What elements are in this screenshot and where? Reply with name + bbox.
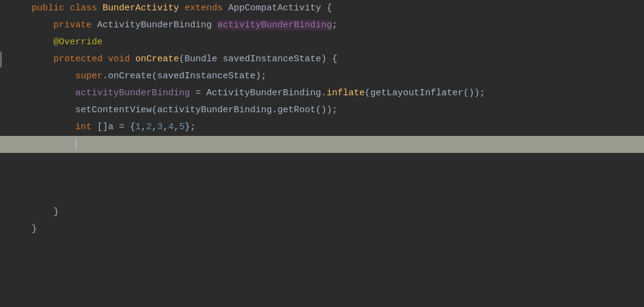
line-content-9 bbox=[27, 137, 644, 152]
code-line-6: activityBunderBinding = ActivityBunderBi… bbox=[0, 85, 644, 102]
token bbox=[32, 88, 75, 98]
line-content-2: private ActivityBunderBinding activityBu… bbox=[27, 18, 644, 33]
line-indicator-9 bbox=[0, 137, 2, 152]
token: 5 bbox=[179, 122, 185, 132]
token: } bbox=[32, 224, 37, 234]
token: 2 bbox=[146, 122, 152, 132]
code-line-12 bbox=[0, 187, 644, 204]
code-line-1: public class BunderActivity extends AppC… bbox=[0, 0, 644, 17]
token: , bbox=[163, 122, 168, 132]
line-indicator-11 bbox=[0, 170, 2, 186]
token: (getLayoutInflater()); bbox=[365, 88, 485, 98]
line-indicator-2 bbox=[0, 18, 2, 33]
token: activityBunderBinding bbox=[75, 88, 190, 98]
code-line-7: setContentView(activityBunderBinding.get… bbox=[0, 102, 644, 119]
line-indicator-1 bbox=[0, 1, 2, 16]
token bbox=[32, 71, 75, 81]
code-line-10 bbox=[0, 153, 644, 170]
line-content-13: } bbox=[27, 204, 644, 220]
line-content-8: int []a = {1,2,3,4,5}; bbox=[27, 120, 644, 135]
code-line-13: } bbox=[0, 204, 644, 221]
token: 4 bbox=[168, 122, 174, 132]
token: class bbox=[70, 3, 103, 13]
token: , bbox=[174, 122, 179, 132]
code-line-3: @Override bbox=[0, 34, 644, 51]
line-indicator-13 bbox=[0, 204, 2, 220]
token bbox=[32, 122, 75, 132]
code-line-4: protected void onCreate(Bundle savedInst… bbox=[0, 51, 644, 68]
token bbox=[32, 20, 53, 30]
line-indicator-7 bbox=[0, 103, 2, 118]
token bbox=[32, 207, 53, 217]
code-line-11 bbox=[0, 170, 644, 187]
token: 3 bbox=[157, 122, 163, 132]
line-indicator-8 bbox=[0, 120, 2, 135]
token: activityBunderBinding bbox=[217, 20, 332, 30]
token bbox=[32, 105, 75, 115]
token bbox=[32, 37, 53, 47]
token: void bbox=[108, 54, 135, 64]
token: @Override bbox=[53, 37, 103, 47]
token: ; bbox=[332, 20, 337, 30]
line-content-7: setContentView(activityBunderBinding.get… bbox=[27, 103, 644, 118]
code-line-8: int []a = {1,2,3,4,5}; bbox=[0, 119, 644, 136]
token: extends bbox=[185, 3, 228, 13]
code-line-9 bbox=[0, 136, 644, 153]
token: super bbox=[75, 71, 103, 81]
token: protected bbox=[53, 54, 108, 64]
line-content-6: activityBunderBinding = ActivityBunderBi… bbox=[27, 86, 644, 101]
code-line-2: private ActivityBunderBinding activityBu… bbox=[0, 17, 644, 34]
token: int bbox=[75, 122, 97, 132]
text-cursor bbox=[75, 138, 76, 149]
line-indicator-14 bbox=[0, 221, 2, 237]
code-line-5: super.onCreate(savedInstanceState); bbox=[0, 68, 644, 85]
token: 1 bbox=[135, 122, 141, 132]
token: AppCompatActivity { bbox=[228, 3, 332, 13]
token: }; bbox=[185, 122, 195, 132]
code-line-14: } bbox=[0, 221, 644, 238]
line-content-1: public class BunderActivity extends AppC… bbox=[27, 1, 644, 16]
token bbox=[32, 54, 53, 64]
token: , bbox=[152, 122, 157, 132]
line-indicator-10 bbox=[0, 154, 2, 169]
line-content-5: super.onCreate(savedInstanceState); bbox=[27, 69, 644, 84]
line-indicator-6 bbox=[0, 86, 2, 101]
token: } bbox=[53, 207, 59, 217]
token: (Bundle savedInstanceState) { bbox=[179, 54, 337, 64]
line-indicator-5 bbox=[0, 69, 2, 84]
line-content-4: protected void onCreate(Bundle savedInst… bbox=[27, 52, 644, 67]
line-indicator-4 bbox=[0, 52, 2, 67]
line-content-3: @Override bbox=[27, 35, 644, 50]
token: inflate bbox=[327, 88, 365, 98]
code-editor[interactable]: public class BunderActivity extends AppC… bbox=[0, 0, 644, 307]
token bbox=[32, 139, 75, 149]
token: onCreate bbox=[135, 54, 179, 64]
token: public bbox=[32, 3, 70, 13]
token: setContentView(activityBunderBinding.get… bbox=[75, 105, 337, 115]
token: private bbox=[53, 20, 97, 30]
line-content-14: } bbox=[27, 221, 644, 237]
line-indicator-3 bbox=[0, 35, 2, 50]
token: []a = { bbox=[97, 122, 135, 132]
token: ActivityBunderBinding bbox=[97, 20, 217, 30]
token: = ActivityBunderBinding. bbox=[190, 88, 327, 98]
token: BunderActivity bbox=[103, 3, 185, 13]
token: , bbox=[141, 122, 146, 132]
line-indicator-12 bbox=[0, 187, 2, 203]
token: .onCreate(savedInstanceState); bbox=[103, 71, 266, 81]
